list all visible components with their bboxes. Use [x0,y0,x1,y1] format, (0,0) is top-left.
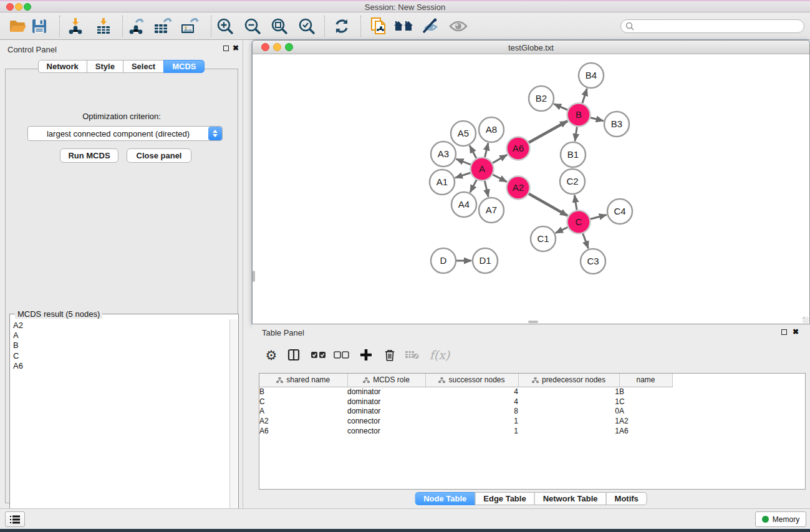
graph-node-b2[interactable]: B2 [529,86,554,111]
graph-node-c2[interactable]: C2 [560,169,585,194]
deselect-all-icon[interactable] [331,344,352,365]
show-graphics-icon[interactable] [448,16,469,37]
mcds-result-item[interactable]: C [13,351,229,361]
column-header-successor-nodes[interactable]: successor nodes [425,374,518,387]
zoom-selected-icon[interactable] [296,16,317,37]
task-history-button[interactable] [5,511,25,527]
close-panel-button[interactable]: Close panel [127,148,191,163]
search-field[interactable] [620,19,804,33]
export-network-icon[interactable] [126,16,147,37]
mcds-result-item[interactable]: A6 [13,361,229,371]
export-image-icon[interactable] [179,16,200,37]
function-builder-icon[interactable]: f(x) [426,344,453,365]
tab-node-table[interactable]: Node Table [415,492,475,505]
tab-network[interactable]: Network [38,60,87,73]
graph-node-c3[interactable]: C3 [581,249,605,274]
criterion-select[interactable]: largest connected component (directed) [27,126,223,141]
graph-node-c[interactable]: C [567,211,591,234]
vertical-scrollbar-thumb[interactable] [253,271,255,282]
network-canvas[interactable]: B4B2BB3A5A8A6B1A3AC2A1A2A4A7C4CC1C3DD1 [253,55,809,324]
open-file-icon[interactable] [7,16,28,37]
table-row[interactable]: Adominator80A [259,407,672,417]
optimization-criterion-label: Optimization criterion: [6,112,238,121]
table-row[interactable]: A2connector11A2 [259,416,672,426]
tab-edge-table[interactable]: Edge Table [475,492,534,505]
refresh-icon[interactable] [331,16,352,37]
close-panel-icon[interactable]: ✖ [793,327,799,336]
float-window-icon[interactable] [781,329,787,335]
app-titlebar: Session: New Session [0,0,810,12]
delete-table-icon[interactable] [402,344,423,365]
mcds-result-title: MCDS result (5 nodes) [15,309,102,319]
graph-node-a1[interactable]: A1 [430,170,455,195]
column-header-predecessor-nodes[interactable]: predecessor nodes [518,374,619,387]
mcds-result-list[interactable]: A2ABCA6 [11,319,229,532]
import-network-icon[interactable] [65,16,86,37]
float-window-icon[interactable] [223,46,229,51]
graph-node-b4[interactable]: B4 [579,63,604,88]
close-panel-icon[interactable]: ✖ [233,44,239,52]
result-scrollbar[interactable] [229,319,238,532]
task-list-icon [9,515,21,525]
import-table-icon[interactable] [93,16,114,37]
mcds-result-item[interactable]: A [13,331,229,341]
tab-select[interactable]: Select [123,60,164,73]
graph-node-b3[interactable]: B3 [604,112,629,137]
graph-node-c4[interactable]: C4 [607,199,632,224]
svg-text:A6: A6 [513,143,524,153]
mcds-result-item[interactable]: A2 [13,321,229,331]
column-header-name[interactable]: name [619,374,672,387]
run-mcds-button[interactable]: Run MCDS [60,148,118,163]
node-table[interactable]: shared nameMCDS rolesuccessor nodesprede… [259,373,806,490]
search-input[interactable] [637,22,804,31]
graph-node-c1[interactable]: C1 [531,226,556,251]
criterion-selected-value: largest connected component (directed) [28,129,208,138]
graph-node-a[interactable]: A [471,158,494,181]
table-settings-gear-icon[interactable]: ⚙ [261,344,282,365]
add-column-icon[interactable] [355,344,377,365]
export-table-icon[interactable] [152,16,173,37]
horizontal-scrollbar-thumb[interactable] [528,321,538,323]
network-graph[interactable]: B4B2BB3A5A8A6B1A3AC2A1A2A4A7C4CC1C3DD1 [253,55,809,324]
tab-motifs[interactable]: Motifs [606,492,647,505]
graph-node-d1[interactable]: D1 [473,248,498,273]
tab-style[interactable]: Style [87,60,123,73]
table-header-row[interactable]: shared nameMCDS rolesuccessor nodesprede… [259,374,672,387]
zoom-fit-icon[interactable] [269,16,290,37]
graph-node-d[interactable]: D [431,248,456,273]
column-header-shared-name[interactable]: shared name [259,374,347,387]
delete-column-icon[interactable] [379,344,400,365]
graph-node-a3[interactable]: A3 [431,142,456,167]
zoom-out-icon[interactable] [242,16,263,37]
tab-mcds[interactable]: MCDS [163,60,205,73]
toolbar-separator [324,16,325,37]
table-row[interactable]: Bdominator41B [259,387,672,397]
select-stepper-icon [208,127,222,140]
zoom-in-icon[interactable] [215,16,236,37]
column-header-MCDS-role[interactable]: MCDS role [347,374,425,387]
graph-node-a2[interactable]: A2 [507,177,530,200]
graph-node-a8[interactable]: A8 [479,117,504,142]
select-all-icon[interactable] [308,344,329,365]
toolbar-separator [211,16,211,37]
save-session-icon[interactable] [29,16,50,37]
graph-node-b1[interactable]: B1 [561,142,586,167]
svg-text:A7: A7 [486,205,497,215]
graph-node-a4[interactable]: A4 [451,192,476,217]
graph-node-b[interactable]: B [567,104,591,127]
home-layout-icon[interactable] [393,16,414,37]
graph-node-a7[interactable]: A7 [479,198,504,223]
network-window-titlebar[interactable]: testGlobe.txt [253,41,809,54]
show-columns-icon[interactable] [283,344,304,365]
table-row[interactable]: Cdominator41C [259,397,672,407]
graph-node-a5[interactable]: A5 [451,121,476,146]
clone-network-icon[interactable] [368,16,389,37]
hide-graphics-icon[interactable] [420,16,441,37]
tab-network-table[interactable]: Network Table [534,492,607,505]
memory-button[interactable]: Memory [755,511,806,527]
network-window-title: testGlobe.txt [253,43,809,52]
mcds-result-item[interactable]: B [13,341,229,351]
table-row[interactable]: A6connector11A6 [259,426,672,436]
window-resize-handle[interactable] [803,317,809,323]
graph-node-a6[interactable]: A6 [507,137,530,160]
